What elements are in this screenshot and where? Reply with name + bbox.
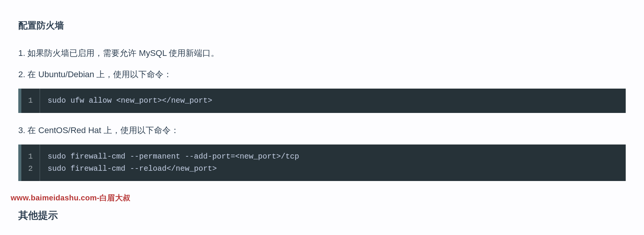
code-line: sudo firewall-cmd --permanent --add-port… (48, 151, 618, 163)
list-item-2: 2. 在 Ubuntu/Debian 上，使用以下命令： (18, 68, 626, 81)
code-line: sudo firewall-cmd --reload</new_port> (48, 163, 618, 175)
line-number: 2 (28, 163, 33, 175)
code-accent-bar (18, 144, 21, 181)
line-number: 1 (28, 151, 33, 163)
line-number: 1 (28, 95, 33, 107)
article-content: 配置防火墙 1. 如果防火墙已启用，需要允许 MySQL 使用新端口。 2. 在… (0, 0, 644, 181)
watermark-text: www.baimeidashu.com-白眉大叔 (0, 192, 644, 204)
code-lines[interactable]: sudo firewall-cmd --permanent --add-port… (40, 144, 626, 181)
code-block-centos: 1 2 sudo firewall-cmd --permanent --add-… (18, 144, 626, 181)
list-item-3: 3. 在 CentOS/Red Hat 上，使用以下命令： (18, 124, 626, 137)
section-title: 配置防火墙 (18, 18, 626, 33)
code-gutter: 1 2 (21, 144, 40, 181)
code-accent-bar (18, 89, 21, 113)
list-item-1: 1. 如果防火墙已启用，需要允许 MySQL 使用新端口。 (18, 46, 626, 60)
code-block-ubuntu: 1 sudo ufw allow <new_port></new_port> (18, 89, 626, 113)
code-line: sudo ufw allow <new_port></new_port> (48, 95, 618, 107)
code-lines[interactable]: sudo ufw allow <new_port></new_port> (40, 89, 626, 113)
code-gutter: 1 (21, 89, 40, 113)
sub-heading: 其他提示 (0, 208, 644, 224)
